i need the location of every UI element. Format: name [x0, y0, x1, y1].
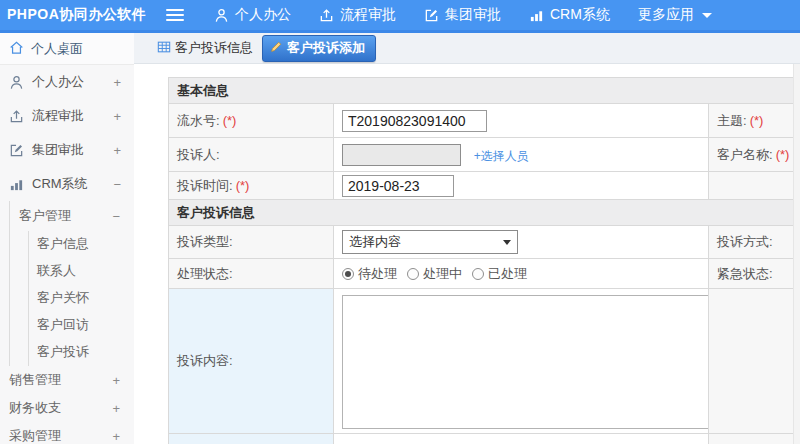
complaint-type-input-cell: 选择内容: [334, 226, 709, 259]
sidebar-item-label: 流程审批: [32, 107, 84, 125]
sidebar-item-label: CRM系统: [32, 175, 88, 193]
nav-more-apps[interactable]: 更多应用: [638, 6, 712, 24]
collapse-toggle[interactable]: −: [113, 177, 121, 192]
sidebar-item-customer-complaint[interactable]: 客户投诉: [29, 339, 134, 366]
empty-cell: [709, 172, 794, 200]
sidebar-item-sales-management[interactable]: 销售管理 +: [0, 366, 134, 394]
expand-toggle[interactable]: +: [113, 75, 121, 90]
sidebar-item-customer-info[interactable]: 客户信息: [29, 231, 134, 258]
status-radio-group: 待处理 处理中 已处理: [342, 265, 700, 283]
field-label: 投诉时间:: [177, 178, 233, 193]
complainant-input: [342, 144, 461, 166]
field-label: 主题:: [717, 113, 747, 128]
tab-label: 客户投诉信息: [175, 39, 253, 57]
complaint-type-label-cell: 投诉类型:: [169, 226, 334, 259]
nav-crm-system[interactable]: CRM系统: [529, 6, 610, 24]
edit-icon: [424, 8, 439, 23]
sidebar-item-customer-management[interactable]: 客户管理 −: [10, 201, 134, 231]
complainant-input-cell: +选择人员: [334, 138, 709, 172]
radio-label: 待处理: [358, 265, 397, 283]
expand-toggle[interactable]: +: [112, 373, 120, 388]
customer-name-label-cell: 客户名称:(*): [709, 138, 794, 172]
sidebar: 个人桌面 个人办公 + 流程审批 + 集团审批 + CRM系统 − 客户管理 −…: [0, 33, 134, 444]
home-icon: [9, 40, 24, 58]
flow-icon: [9, 109, 25, 124]
required-mark: (*): [236, 178, 250, 193]
serial-input-cell: [334, 104, 709, 138]
top-nav: 个人办公 流程审批 集团审批 CRM系统 更多应用: [214, 6, 712, 24]
vertical-scrollbar[interactable]: [793, 64, 800, 444]
complainant-label-cell: 投诉人:: [169, 138, 334, 172]
table-grid-icon: [157, 40, 171, 57]
section-header-basic-info: 基本信息: [169, 78, 794, 104]
nav-label: 更多应用: [638, 6, 694, 24]
field-label: 投诉方式:: [717, 234, 773, 249]
sidebar-item-customer-care[interactable]: 客户关怀: [29, 285, 134, 312]
radio-option-pending[interactable]: 待处理: [342, 265, 397, 283]
tab-bar: 客户投诉信息 客户投诉添加: [134, 33, 800, 64]
sidebar-item-finance[interactable]: 财务收支 +: [0, 394, 134, 422]
nav-group-approval[interactable]: 集团审批: [424, 6, 501, 24]
next-row-label-cell: [169, 434, 334, 444]
nav-personal-office[interactable]: 个人办公: [214, 6, 291, 24]
customer-management-children: 客户信息 联系人 客户关怀 客户回访 客户投诉: [28, 231, 134, 366]
status-input-cell: 待处理 处理中 已处理: [334, 259, 709, 289]
top-bar: PHPOA协同办公软件 个人办公 流程审批 集团审批 CRM系统 更多应用: [0, 0, 800, 30]
subject-label-cell: 主题:(*): [709, 104, 794, 138]
radio-label: 已处理: [488, 265, 527, 283]
sidebar-item-customer-callback[interactable]: 客户回访: [29, 312, 134, 339]
complaint-content-textarea[interactable]: [342, 295, 709, 429]
required-mark: (*): [776, 147, 790, 162]
select-person-link[interactable]: +选择人员: [474, 149, 529, 163]
crm-submenu: 客户管理 − 客户信息 联系人 客户关怀 客户回访 客户投诉: [9, 201, 134, 366]
sidebar-item-personal-office[interactable]: 个人办公 +: [0, 65, 134, 99]
urgency-label-cell: 紧急状态:: [709, 259, 794, 289]
nav-label: 个人办公: [235, 6, 291, 24]
radio-unselected-icon[interactable]: [472, 268, 484, 280]
required-mark: (*): [750, 113, 764, 128]
sidebar-item-purchasing[interactable]: 采购管理 +: [0, 422, 134, 444]
radio-option-processed[interactable]: 已处理: [472, 265, 527, 283]
nav-label: CRM系统: [550, 6, 610, 24]
field-label: 处理状态:: [177, 266, 233, 281]
empty-cell: [709, 434, 794, 444]
radio-option-processing[interactable]: 处理中: [407, 265, 462, 283]
person-icon: [9, 75, 25, 90]
nav-workflow-approval[interactable]: 流程审批: [319, 6, 396, 24]
field-label: 投诉类型:: [177, 234, 233, 249]
sidebar-item-label: 个人办公: [32, 73, 84, 91]
complaint-type-select[interactable]: 选择内容: [342, 230, 518, 254]
field-label: 投诉人:: [177, 147, 220, 162]
empty-cell: [709, 289, 794, 434]
radio-label: 处理中: [423, 265, 462, 283]
selected-option-label: 选择内容: [349, 233, 401, 251]
radio-selected-icon[interactable]: [342, 268, 354, 280]
sidebar-item-label: 销售管理: [9, 371, 61, 389]
tab-complaint-list[interactable]: 客户投诉信息: [157, 39, 253, 57]
sidebar-item-group-approval[interactable]: 集团审批 +: [0, 133, 134, 167]
serial-number-input[interactable]: [342, 110, 487, 132]
complaint-date-input[interactable]: [342, 175, 454, 197]
sidebar-item-label: 采购管理: [9, 427, 61, 444]
expand-toggle[interactable]: +: [113, 109, 121, 124]
required-mark: (*): [223, 113, 237, 128]
sidebar-item-label: 个人桌面: [31, 40, 83, 58]
hamburger-menu-icon[interactable]: [166, 9, 184, 21]
complaint-time-input-cell: [334, 172, 709, 200]
sidebar-item-contacts[interactable]: 联系人: [29, 258, 134, 285]
main-content: 基本信息 流水号:(*) 主题:(*) 投诉人: +选择人员 客户名称:(*): [134, 64, 800, 444]
sidebar-item-personal-desktop[interactable]: 个人桌面: [0, 33, 134, 65]
collapse-toggle[interactable]: −: [112, 209, 120, 224]
tab-label: 客户投诉添加: [287, 39, 365, 57]
sidebar-item-crm-system[interactable]: CRM系统 −: [0, 167, 134, 201]
radio-unselected-icon[interactable]: [407, 268, 419, 280]
pencil-icon: [270, 40, 283, 56]
sidebar-item-workflow-approval[interactable]: 流程审批 +: [0, 99, 134, 133]
sidebar-item-label: 客户管理: [19, 207, 71, 225]
expand-toggle[interactable]: +: [112, 429, 120, 444]
chevron-down-icon: [702, 13, 712, 18]
section-header-complaint-info: 客户投诉信息: [169, 200, 794, 226]
expand-toggle[interactable]: +: [112, 401, 120, 416]
tab-complaint-add-button[interactable]: 客户投诉添加: [262, 35, 376, 62]
expand-toggle[interactable]: +: [113, 143, 121, 158]
